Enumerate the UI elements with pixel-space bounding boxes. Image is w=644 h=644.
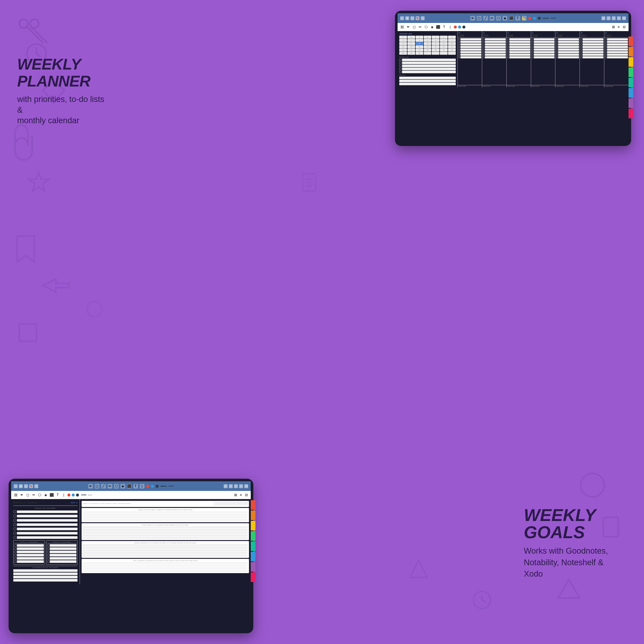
ruler2-icon[interactable]: | [448,25,453,29]
img2-icon-b[interactable]: ⬛ [49,493,54,497]
mistake-checkbox[interactable] [83,544,85,546]
img2-icon[interactable]: ⬛ [436,25,440,29]
rating-7[interactable]: 7 [234,502,237,505]
color-blue2-b[interactable] [72,494,75,497]
text2-icon-b[interactable]: T [55,493,60,497]
todo-checkbox[interactable] [556,49,558,50]
todo-checkbox[interactable] [507,38,509,40]
eraser-icon-b[interactable]: ◻ [95,484,99,489]
pen-icon-b[interactable]: ✒ [88,484,93,489]
todo-checkbox[interactable] [507,54,509,56]
todo-checkbox[interactable] [483,51,485,53]
rating-9[interactable]: 9 [241,502,244,505]
todo-checkbox[interactable] [532,46,533,48]
line2-b[interactable] [81,495,87,495]
priority-checkbox[interactable] [399,65,401,67]
todo-checkbox[interactable] [532,49,533,50]
view-icon-b[interactable]: ⊟ [13,493,18,497]
rating-2[interactable]: 2 [217,502,220,505]
todo-checkbox[interactable] [556,44,558,45]
priority-checkbox[interactable] [399,62,401,64]
add-icon-b[interactable]: + [234,484,238,488]
color-dark2[interactable] [462,26,465,29]
mistake-checkbox[interactable] [83,550,85,551]
todo-checkbox[interactable] [580,46,582,48]
todo-checkbox[interactable] [483,56,485,58]
tab-red-b[interactable] [251,500,255,510]
color-red2[interactable] [454,26,457,29]
things-checkbox[interactable] [14,544,17,547]
rating-5[interactable]: 5 [228,502,231,505]
todo-checkbox[interactable] [605,54,607,56]
todo-checkbox[interactable] [532,44,533,45]
grid-icon[interactable]: ⊞ [405,16,409,20]
shape-icon[interactable]: ⬡ [496,16,501,21]
todo-checkbox[interactable] [605,51,607,53]
wins-checkbox[interactable] [83,534,85,536]
things-checkbox[interactable] [14,557,17,559]
image-icon-b[interactable]: ⬛ [127,484,132,489]
highlighter-icon-b[interactable]: ╱ [101,484,106,489]
more-icon-b[interactable]: ••• [244,484,248,488]
tab-purple[interactable] [629,98,633,108]
rating-6[interactable]: 6 [231,502,234,505]
more-icon[interactable]: ••• [622,16,626,20]
eraser2-icon-b[interactable]: ◻ [25,493,30,497]
todo-checkbox[interactable] [507,44,509,45]
color-blue[interactable] [533,17,536,20]
todo-checkbox[interactable] [605,38,607,40]
todo-checkbox[interactable] [483,38,485,40]
todo-checkbox[interactable] [458,49,460,50]
todo-checkbox[interactable] [580,51,582,53]
text2-icon[interactable]: T [442,25,447,29]
rating-4[interactable]: 4 [224,502,227,505]
view-icon1[interactable]: ⊟ [400,25,404,29]
grid-icon-b[interactable]: ⊞ [19,484,23,488]
pen-icon[interactable]: ✒ [470,16,475,21]
bookmark-icon[interactable]: 🔖 [416,16,419,20]
eraser-icon[interactable]: ◻ [477,16,481,21]
todo-checkbox[interactable] [556,38,558,40]
tab-teal-b[interactable] [251,541,255,551]
image-icon[interactable]: ⬛ [509,16,514,21]
todo-checkbox[interactable] [605,44,607,45]
todo-checkbox[interactable] [507,46,509,48]
lasso-icon[interactable]: ⬡ [424,25,428,29]
tab-green-b[interactable] [251,531,255,541]
todo-checkbox[interactable] [605,41,607,43]
tab-purple-b[interactable] [251,562,255,572]
tab-red[interactable] [629,36,633,46]
wins-checkbox[interactable] [83,537,85,539]
todo-checkbox[interactable] [483,49,485,50]
things-checkbox[interactable] [47,551,49,553]
color-dark[interactable] [538,17,541,20]
tab-orange[interactable] [629,47,633,56]
things-checkbox[interactable] [47,554,49,556]
pen2-icon-b[interactable]: ✒ [19,493,24,497]
todo-checkbox[interactable] [483,41,485,43]
lasso2-icon-b[interactable]: ⬡ [37,493,42,497]
grid-view-b[interactable]: ⊞ [233,493,238,497]
color-red[interactable] [528,17,531,20]
close-icon-b[interactable]: × [239,484,243,488]
todo-checkbox[interactable] [605,49,607,50]
todo-checkbox[interactable] [556,41,558,43]
todo-checkbox[interactable] [556,51,558,53]
line-thickness2[interactable] [551,18,556,18]
tab-pink-b[interactable] [251,572,255,582]
todo-checkbox[interactable] [580,41,582,43]
undo-icon[interactable]: ↩ [601,16,605,20]
text-icon-b[interactable]: T [133,484,138,489]
todo-checkbox[interactable] [483,44,485,45]
rating-10[interactable]: 10 [245,502,248,505]
todo-checkbox[interactable] [556,54,558,56]
list-view[interactable]: ≡ [616,25,621,29]
grid-view[interactable]: ⊞ [611,25,616,29]
share-icon-b[interactable]: ↑ [34,484,38,488]
color-dark-b[interactable] [156,485,159,488]
ruler2-icon-b[interactable]: | [61,493,66,497]
color-red2-b[interactable] [67,494,70,497]
todo-checkbox[interactable] [458,44,460,45]
wins-checkbox[interactable] [83,529,85,531]
line3-b[interactable] [88,495,92,495]
